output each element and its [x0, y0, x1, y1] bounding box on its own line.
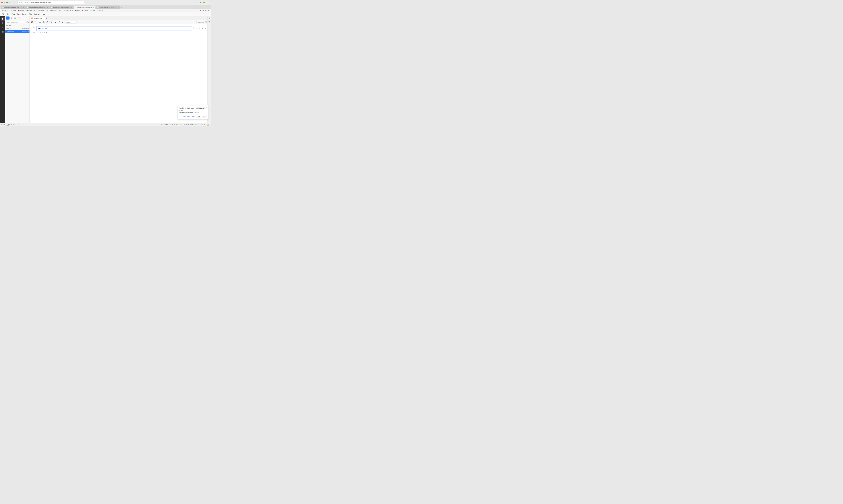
- save-notebook-button[interactable]: [31, 21, 34, 24]
- interrupt-kernel-button[interactable]: [54, 21, 57, 24]
- maximize-button[interactable]: [6, 2, 8, 3]
- dropdown-icon: ▼: [70, 21, 71, 23]
- menu-settings[interactable]: Settings: [33, 13, 40, 16]
- bookmark-google[interactable]: G Google: [9, 10, 17, 12]
- bookmark-algo[interactable]: 📝 알고리즘: [36, 9, 46, 12]
- cell-code-1[interactable]: val x = 10: [37, 27, 192, 31]
- menu-kernel[interactable]: Kernel: [21, 13, 28, 16]
- bookmark-study[interactable]: 🎓 학업: [74, 9, 81, 12]
- fast-forward-button[interactable]: [61, 21, 64, 24]
- move-cell-down[interactable]: ↓: [198, 27, 201, 30]
- activity-search-icon[interactable]: [1, 21, 5, 25]
- forward-button[interactable]: ›: [11, 1, 13, 4]
- menu-edit[interactable]: Edit: [5, 13, 10, 16]
- notification-title: Would you like to receive official Jupyt…: [179, 107, 205, 111]
- notification-close-button[interactable]: ✕: [205, 106, 207, 109]
- mode-text: Mode: Command: [172, 124, 182, 125]
- menu-icon[interactable]: ⋮: [206, 1, 209, 4]
- address-bar[interactable]: 🔍 123.123.123.123:8888/lab/tree/work/Unt…: [17, 1, 84, 4]
- activity-puzzle-icon[interactable]: [1, 30, 5, 34]
- menu-tabs[interactable]: Tabs: [28, 13, 33, 16]
- bookmark-naver[interactable]: N NAVER: [1, 10, 9, 12]
- notebook-tab-close[interactable]: ✕: [42, 17, 44, 19]
- activity-files-icon[interactable]: [1, 17, 5, 21]
- browser-tab-3[interactable]: 📄 chisel-bootcamp/Install.md at ... ✕: [49, 5, 74, 9]
- notebook-tab-icon: NB: [32, 17, 33, 19]
- bookmark-news-label: 뉴스: [92, 10, 95, 12]
- tab-close-5[interactable]: ✕: [118, 6, 119, 8]
- download-icon[interactable]: ⬇: [199, 1, 202, 4]
- extension-icon[interactable]: 🧩: [203, 1, 206, 4]
- restart-kernel-button[interactable]: [57, 21, 60, 24]
- debug-button[interactable]: [208, 20, 211, 23]
- add-tab-button[interactable]: +: [45, 17, 48, 20]
- bookmark-precious[interactable]: 🔖 귀한 것: [81, 9, 89, 12]
- copy-cell-button[interactable]: [42, 21, 46, 24]
- tab-close-4[interactable]: ✕: [93, 6, 94, 8]
- run-cell-button[interactable]: [50, 21, 53, 24]
- notebook-tab-title: Untitled.ipynb: [34, 17, 41, 19]
- delete-cell-action[interactable]: 🗑: [204, 27, 207, 30]
- calendar-icon: 📅: [47, 10, 48, 12]
- browser-tab-5[interactable]: 📄 [작성중] [Docker] 미도리도 따라밟... ✕: [95, 5, 120, 9]
- new-launcher-button[interactable]: +: [6, 16, 10, 19]
- browser-tab-2[interactable]: 📄 freechipsproject/chisel-bootc... ✕: [25, 5, 49, 9]
- svg-point-24: [209, 17, 209, 18]
- cut-cell-button[interactable]: [39, 21, 42, 24]
- new-tab-button[interactable]: +: [120, 6, 123, 9]
- back-button[interactable]: ‹: [9, 1, 11, 4]
- filename-status: Untitled.ipynb: [195, 124, 203, 125]
- open-privacy-policy-button[interactable]: Open privacy policy: [183, 115, 195, 118]
- bookmark-icon[interactable]: ☆: [195, 1, 198, 4]
- tab-close-1[interactable]: ✕: [22, 6, 24, 8]
- add-cell-button[interactable]: +: [34, 21, 37, 24]
- move-cell-up[interactable]: ↑: [195, 27, 198, 30]
- news-icon: 📰: [90, 10, 92, 12]
- bookmark-quarter[interactable]: 📁 2023-1분기: [63, 9, 74, 12]
- browser-tab-1[interactable]: 📄 lectures/Dockerfile at main · ag... ✕: [1, 5, 25, 9]
- paste-cell-button[interactable]: [46, 21, 49, 24]
- bookmark-other[interactable]: 📚 기타 북마크: [199, 9, 210, 12]
- activity-list-icon[interactable]: [1, 26, 5, 30]
- status-left: Simple 0 1 ●: [1, 124, 19, 125]
- filter-input[interactable]: [6, 21, 27, 23]
- bell-button[interactable]: 🔔: [206, 123, 209, 126]
- bookmark-news[interactable]: 📰 뉴스: [90, 9, 96, 12]
- cell-type-selector[interactable]: Code ▼: [66, 21, 76, 23]
- jupyter-menubar: File Edit View Run Kernel Tabs Settings …: [0, 12, 211, 16]
- tab-close-3[interactable]: ✕: [71, 6, 72, 8]
- upload-button[interactable]: [14, 16, 17, 19]
- property-inspector-button[interactable]: [208, 17, 211, 19]
- cell-container-1: [1]: val x = 10 ⎘: [30, 26, 207, 31]
- bookmark-cs[interactable]: 💻 컴퓨터공학: [25, 9, 36, 12]
- status-right: Scala 2.13 | Idle Mode: Command 🛡 Ln 1, …: [161, 123, 209, 126]
- reload-button[interactable]: ↻: [13, 1, 16, 4]
- traffic-lights: [1, 2, 8, 3]
- refresh-button[interactable]: [17, 16, 20, 19]
- notification-yes-button[interactable]: Yes: [196, 115, 201, 118]
- tab-close-2[interactable]: ✕: [47, 6, 48, 8]
- new-folder-button[interactable]: [10, 16, 13, 19]
- browser-tab-4[interactable]: ○ Untitled.ipynb - JupyterLab ✕: [74, 5, 95, 9]
- file-list-header[interactable]: Name ▲ Last Modified: [5, 27, 30, 30]
- toolbar-separator-2: [50, 21, 50, 23]
- list-item[interactable]: 📓 Untitled.ip... 12 minutes ago: [5, 30, 30, 33]
- insert-cell-above[interactable]: ⬆: [201, 27, 204, 30]
- search-submit-button[interactable]: 🔍: [27, 21, 29, 23]
- simple-toggle-track[interactable]: [6, 124, 10, 125]
- copy-cell-action[interactable]: ⎘: [192, 27, 195, 30]
- cell-input-1[interactable]: val x = 10: [37, 26, 192, 31]
- bookmark-youtube[interactable]: ▶ Youtube: [17, 10, 25, 12]
- notebook-tab-active[interactable]: NB Untitled.ipynb ✕: [30, 17, 45, 20]
- menu-help[interactable]: Help: [41, 13, 46, 16]
- minimize-button[interactable]: [4, 2, 5, 3]
- menu-file[interactable]: File: [1, 13, 5, 16]
- menu-run[interactable]: Run: [16, 13, 21, 16]
- bookmark-calendar[interactable]: 📅 Google 캘린더 · 201...: [46, 9, 63, 12]
- menu-view[interactable]: View: [11, 13, 16, 16]
- svg-point-22: [196, 21, 197, 22]
- notification-no-button[interactable]: No: [202, 115, 207, 118]
- code-keyword: val: [38, 28, 41, 30]
- close-button[interactable]: [1, 2, 3, 3]
- bookmark-recipe[interactable]: 🍴 레시피: [96, 9, 104, 12]
